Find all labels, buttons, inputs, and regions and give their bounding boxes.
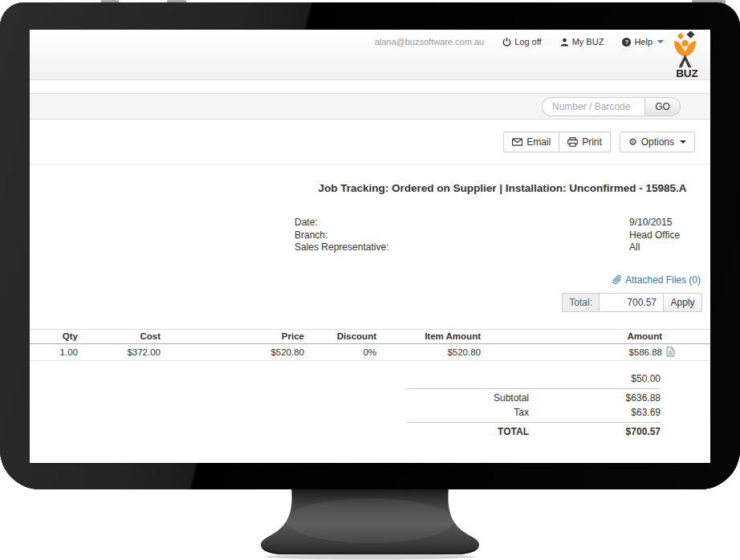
tax-label: Tax <box>407 406 529 419</box>
mybuz-label: My BUZ <box>572 37 604 47</box>
email-button[interactable]: Email <box>503 132 559 152</box>
options-button-label: Options <box>641 136 674 148</box>
cell-doc <box>662 344 710 361</box>
col-header-amount: Amount <box>481 330 662 344</box>
meta-value: All <box>629 241 710 254</box>
meta-value: Head Office <box>629 229 710 242</box>
meta-row-branch: Branch: Head Office <box>295 229 710 242</box>
subtotal-value: $636.88 <box>529 392 661 404</box>
mybuz-button[interactable]: My BUZ <box>560 37 604 47</box>
subtotal-label: Subtotal <box>407 392 529 404</box>
document-icon[interactable] <box>666 347 675 357</box>
print-button[interactable]: Print <box>559 132 611 152</box>
help-dropdown[interactable]: ? Help <box>622 37 664 47</box>
tax-row: Tax $63.69 <box>407 405 661 420</box>
user-icon <box>560 38 569 47</box>
print-button-label: Print <box>582 136 602 148</box>
total-input-group: Total: Apply <box>562 293 702 312</box>
extra-amount-row: $50.00 <box>407 371 661 386</box>
col-header-spacer <box>662 330 710 344</box>
total-row: Total: Apply <box>30 293 710 312</box>
search-group: GO <box>542 97 681 116</box>
attached-files-row: Attached Files (0) <box>30 274 710 288</box>
search-input[interactable] <box>542 97 644 116</box>
tax-value: $63.69 <box>529 406 661 419</box>
envelope-icon <box>512 138 522 146</box>
totals-divider <box>407 422 661 423</box>
meta-label: Date: <box>295 217 629 229</box>
screen: alana@buzsoftware.com.au Log off My BUZ … <box>30 30 710 463</box>
monitor-bezel: alana@buzsoftware.com.au Log off My BUZ … <box>0 2 740 489</box>
grand-total-row: TOTAL $700.57 <box>407 424 661 439</box>
cell-discount: 0% <box>304 344 376 361</box>
totals-block: $50.00 Subtotal $636.88 Tax $63.69 TOTAL… <box>407 371 661 439</box>
buz-logo: BUZ <box>671 31 703 79</box>
logoff-button[interactable]: Log off <box>502 37 541 47</box>
total-input[interactable] <box>599 293 664 312</box>
cell-price: $520.80 <box>161 344 304 361</box>
subtotal-row: Subtotal $636.88 <box>407 391 661 405</box>
monitor-stand <box>254 487 486 560</box>
help-label: Help <box>634 37 653 47</box>
items-table: Qty Cost Price Discount Item Amount Amou… <box>30 329 710 361</box>
meta-value: 9/10/2015 <box>629 217 710 229</box>
meta-row-sales-rep: Sales Representative: All <box>295 241 710 254</box>
go-button[interactable]: GO <box>644 97 681 116</box>
navbar: alana@buzsoftware.com.au Log off My BUZ … <box>30 30 710 80</box>
gear-icon: ⚙ <box>628 137 637 147</box>
help-icon: ? <box>622 38 631 47</box>
paperclip-icon <box>612 274 622 285</box>
cell-amount: $586.88 <box>481 344 662 361</box>
toolbar: Email Print ⚙ Options <box>30 132 710 152</box>
grand-total-value: $700.57 <box>529 425 661 438</box>
cell-item-amount: $520.80 <box>376 344 481 361</box>
chevron-down-icon <box>680 140 686 144</box>
cell-qty: 1.00 <box>30 344 78 361</box>
col-header-price: Price <box>161 330 304 344</box>
meta-row-date: Date: 9/10/2015 <box>295 217 710 229</box>
logoff-label: Log off <box>514 37 541 47</box>
col-header-cost: Cost <box>78 330 161 344</box>
col-header-item-amount: Item Amount <box>376 330 481 344</box>
power-icon <box>502 38 511 47</box>
page-title: Job Tracking: Ordered on Supplier | Inst… <box>295 182 710 194</box>
attached-files-link[interactable]: Attached Files (0) <box>612 274 701 286</box>
search-strip: GO <box>30 93 710 120</box>
meta-label: Branch: <box>295 229 629 242</box>
extra-amount-label <box>407 372 529 385</box>
cell-cost: $372.00 <box>78 344 161 361</box>
topbar: alana@buzsoftware.com.au Log off My BUZ … <box>375 37 664 47</box>
table-header-row: Qty Cost Price Discount Item Amount Amou… <box>30 330 710 344</box>
total-label: Total: <box>562 293 599 312</box>
totals-divider <box>407 388 661 389</box>
attached-files-label: Attached Files (0) <box>625 274 701 286</box>
email-button-label: Email <box>527 136 551 148</box>
meta-label: Sales Representative: <box>295 241 629 254</box>
extra-amount-value: $50.00 <box>529 372 661 385</box>
email-print-group: Email Print <box>503 132 611 152</box>
apply-button[interactable]: Apply <box>664 293 702 312</box>
section-divider <box>30 164 710 164</box>
options-dropdown-button[interactable]: ⚙ Options <box>620 132 695 152</box>
col-header-discount: Discount <box>304 330 376 344</box>
col-header-qty: Qty <box>30 330 78 344</box>
grand-total-label: TOTAL <box>407 425 529 438</box>
logo-text: BUZ <box>676 67 698 79</box>
user-email: alana@buzsoftware.com.au <box>375 37 485 47</box>
printer-icon <box>567 137 578 147</box>
chevron-down-icon <box>657 40 664 43</box>
report-meta: Date: 9/10/2015 Branch: Head Office Sale… <box>295 217 710 254</box>
table-row: 1.00 $372.00 $520.80 0% $520.80 $586.88 <box>30 344 710 361</box>
